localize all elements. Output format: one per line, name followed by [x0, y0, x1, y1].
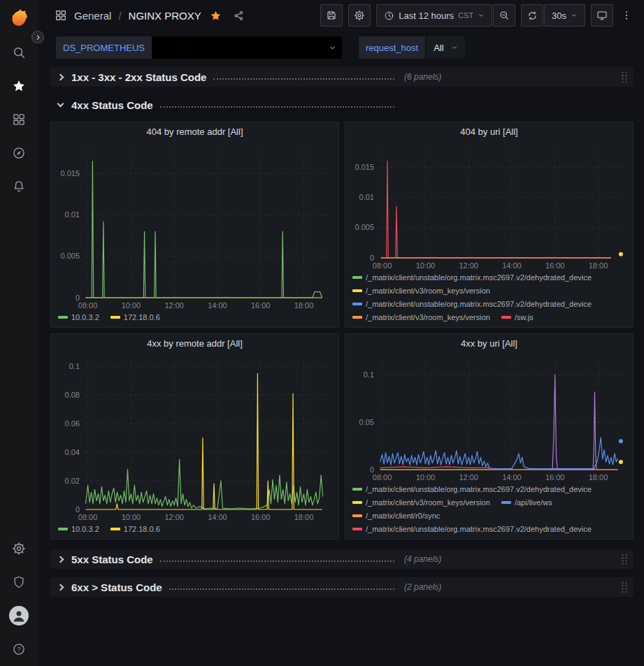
legend-item[interactable]: 10.0.3.2	[58, 313, 99, 321]
drag-handle-icon[interactable]	[621, 553, 628, 565]
svg-text:08:00: 08:00	[373, 261, 392, 270]
row-1xx-3xx-2xx-status-code[interactable]: 1xx - 3xx - 2xx Status Code (6 panels)	[50, 67, 634, 87]
svg-text:18:00: 18:00	[589, 473, 608, 482]
sidebar-item-alerting[interactable]	[0, 170, 38, 203]
svg-text:0.01: 0.01	[65, 210, 80, 219]
legend-item[interactable]: 10.0.3.2	[58, 525, 99, 533]
panel-header[interactable]: 404 by remote addr [All]	[51, 122, 338, 142]
legend-item[interactable]: /_matrix/client/v3/room_keys/version	[352, 313, 490, 321]
refresh-icon	[527, 10, 538, 21]
row-panel-count: (2 panels)	[404, 582, 441, 592]
clock-icon	[384, 10, 394, 21]
time-series-chart[interactable]: 00.0050.010.01508:0010:0012:0014:0016:00…	[54, 142, 336, 312]
legend-item[interactable]: 172.18.0.6	[110, 313, 160, 321]
legend-item[interactable]: /_matrix/client/unstable/org.matrix.msc2…	[352, 525, 592, 533]
panel-404-by-uri-all: 404 by uri [All] 00.0050.010.01508:0010:…	[345, 122, 634, 328]
svg-text:08:00: 08:00	[78, 513, 98, 521]
request-host-picker[interactable]: All	[427, 36, 464, 59]
refresh-controls: 30s	[521, 4, 585, 27]
chevron-down-icon	[571, 12, 578, 19]
panel-title: 404 by remote addr [All]	[51, 122, 338, 142]
panel-404-by-remote-addr-all: 404 by remote addr [All] 00.0050.010.015…	[50, 122, 339, 328]
row-5xx-status-code[interactable]: 5xx Status Code (4 panels)	[50, 549, 634, 569]
sidebar-item-profile[interactable]	[0, 599, 38, 632]
grafana-logo[interactable]	[8, 6, 29, 27]
chevron-right-icon	[35, 34, 41, 41]
refresh-interval-picker[interactable]: 30s	[544, 4, 585, 27]
legend-item[interactable]: /_matrix/client/r0/sync	[352, 512, 440, 520]
time-range-picker[interactable]: Last 12 hours CST	[376, 4, 492, 27]
svg-text:10:00: 10:00	[416, 261, 436, 270]
svg-text:0.01: 0.01	[359, 193, 374, 201]
svg-text:0.04: 0.04	[65, 448, 80, 456]
sidebar-expand-button[interactable]	[31, 31, 44, 43]
legend-item[interactable]: /_matrix/client/v3/room_keys/version	[352, 498, 490, 507]
sidebar-item-explore[interactable]	[0, 136, 38, 170]
row-4xx-status-code[interactable]: 4xx Status Code	[50, 95, 634, 115]
chevron-down-icon	[57, 100, 64, 107]
time-series-chart[interactable]: 00.050.108:0010:0012:0014:0016:0018:00	[348, 354, 630, 484]
svg-text:18:00: 18:00	[294, 301, 314, 310]
dotted-leader	[169, 588, 394, 590]
svg-text:0.015: 0.015	[60, 169, 80, 178]
legend-swatch	[352, 289, 362, 292]
panel-header[interactable]: 4xx by uri [All]	[345, 334, 633, 354]
svg-text:12:00: 12:00	[164, 301, 184, 310]
legend-swatch	[110, 316, 120, 319]
panels-grid: 404 by remote addr [All] 00.0050.010.015…	[50, 122, 634, 540]
row-title: 6xx > Status Code	[71, 581, 162, 593]
cycle-view-mode-button[interactable]	[591, 4, 613, 27]
legend-item[interactable]: /_matrix/client/unstable/org.matrix.msc2…	[352, 273, 592, 282]
row-panel-count: (4 panels)	[404, 554, 441, 564]
time-series-chart[interactable]: 00.0050.010.01508:0010:0012:0014:0016:00…	[348, 142, 630, 272]
navbar-actions: Last 12 hours CST 30s	[320, 4, 634, 27]
row-6xx-status-code[interactable]: 6xx > Status Code (2 panels)	[50, 577, 634, 597]
variables-bar: DS_PROMETHEUS request_host All	[38, 31, 644, 66]
sidebar-item-configuration[interactable]	[0, 532, 38, 565]
variable-label-request-host: request_host	[359, 36, 425, 59]
favorite-star-button[interactable]	[210, 10, 222, 22]
sidebar-item-dashboards[interactable]	[0, 103, 38, 136]
main-area: General / NGINX PROXY	[38, 0, 644, 666]
chart-canvas: 00.020.040.060.080.108:0010:0012:0014:00…	[54, 354, 336, 523]
chevron-right-icon	[57, 556, 64, 563]
panel-header[interactable]: 404 by uri [All]	[345, 122, 633, 142]
panel-header[interactable]: 4xx by remote addr [All]	[51, 334, 338, 354]
dotted-leader	[213, 78, 394, 80]
drag-handle-icon[interactable]	[621, 581, 628, 593]
refresh-button[interactable]	[521, 4, 543, 27]
gear-icon	[12, 542, 26, 556]
row-title-wrap: 6xx > Status Code	[71, 581, 394, 593]
sidebar: ?	[0, 0, 38, 666]
dotted-leader	[160, 560, 394, 562]
compass-icon	[12, 146, 26, 160]
save-dashboard-button[interactable]	[320, 4, 343, 27]
legend-item[interactable]: /sw.js	[501, 313, 534, 321]
time-series-chart[interactable]: 00.020.040.060.080.108:0010:0012:0014:00…	[54, 354, 336, 523]
svg-text:14:00: 14:00	[502, 473, 522, 482]
svg-text:18:00: 18:00	[294, 513, 314, 521]
breadcrumb-section[interactable]: General	[74, 10, 111, 22]
drag-handle-icon[interactable]	[621, 71, 628, 83]
more-options-button[interactable]	[619, 10, 634, 21]
refresh-interval-label: 30s	[552, 10, 566, 21]
legend-item[interactable]: 172.18.0.6	[110, 525, 160, 533]
grafana-flame-icon	[8, 6, 29, 27]
legend-swatch	[58, 316, 68, 319]
legend-item[interactable]: /_matrix/client/v3/room_keys/version	[352, 287, 490, 295]
sidebar-item-starred[interactable]	[0, 69, 38, 103]
legend-item[interactable]: /_matrix/client/unstable/org.matrix.msc2…	[352, 300, 592, 308]
datasource-picker[interactable]	[152, 36, 342, 59]
legend-swatch	[352, 514, 362, 517]
sidebar-item-help[interactable]: ?	[0, 632, 38, 666]
legend-item[interactable]: /_matrix/client/unstable/org.matrix.msc2…	[352, 485, 592, 493]
svg-text:12:00: 12:00	[459, 473, 478, 482]
zoom-out-button[interactable]	[493, 4, 515, 27]
legend-swatch	[352, 528, 362, 530]
variable-label-datasource: DS_PROMETHEUS	[56, 36, 152, 59]
dashboard-settings-button[interactable]	[348, 4, 371, 27]
sidebar-item-server-admin[interactable]	[0, 565, 38, 599]
share-dashboard-button[interactable]	[233, 10, 245, 22]
legend-item[interactable]: /api/live/ws	[501, 498, 552, 507]
save-icon	[326, 10, 337, 21]
